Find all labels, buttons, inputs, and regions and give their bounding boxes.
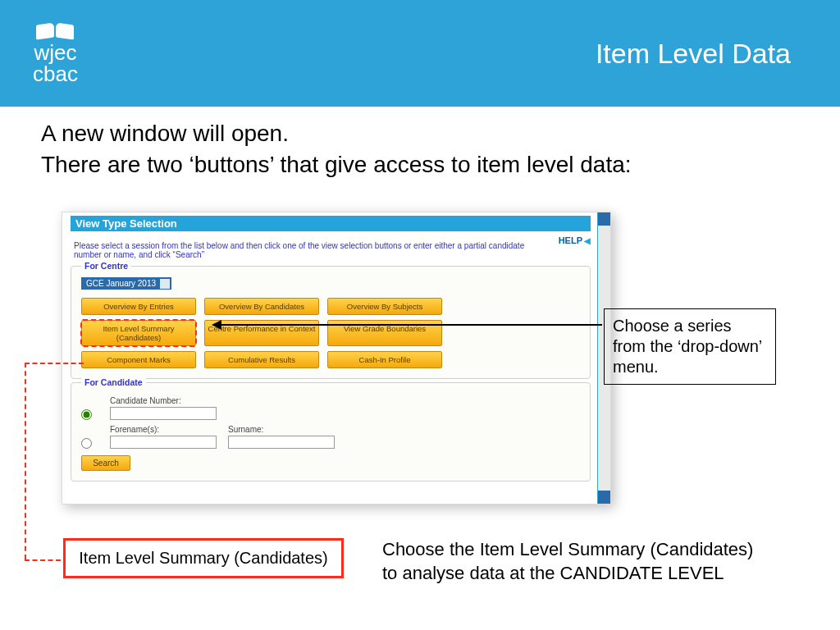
page-title: Item Level Data (596, 38, 791, 70)
arrow-to-dropdown (220, 324, 602, 326)
input-forename[interactable] (110, 436, 217, 449)
scroll-up-icon[interactable] (598, 212, 610, 226)
panel-for-centre: For Centre GCE January 2013 Overview By … (71, 266, 591, 379)
panel-title-candidate: For Candidate (81, 377, 146, 387)
panel-title-centre: For Centre (81, 261, 131, 271)
input-candidate-number[interactable] (110, 407, 217, 420)
label-surname: Surname: (228, 425, 335, 434)
dashed-connector-v (25, 363, 26, 559)
panel-for-candidate: For Candidate Candidate Number: Forename… (71, 382, 591, 482)
chevron-down-icon (162, 281, 167, 285)
logo-text-wjec: wjec (34, 42, 76, 63)
instruction-text: Please select a session from the list be… (74, 241, 542, 259)
btn-overview-entries[interactable]: Overview By Entries (81, 298, 196, 315)
intro-text: A new window will open. There are two ‘b… (0, 107, 840, 189)
radio-by-number[interactable] (81, 409, 92, 420)
callout-dropdown: Choose a series from the ‘drop-down’ men… (604, 308, 776, 385)
help-link[interactable]: HELP (559, 235, 591, 245)
btn-cashin-profile[interactable]: Cash-In Profile (327, 351, 442, 368)
screenshot-window: View Type Selection HELP Please select a… (62, 212, 611, 504)
intro-line-1: A new window will open. (41, 118, 799, 149)
btn-component-marks[interactable]: Component Marks (81, 351, 196, 368)
btn-item-level-summary[interactable]: Item Level Summary (Candidates) (81, 320, 196, 346)
btn-overview-subjects[interactable]: Overview By Subjects (327, 298, 442, 315)
dashed-connector-h2 (25, 559, 61, 561)
wjec-logo: wjec cbac (33, 22, 78, 84)
series-value: GCE January 2013 (86, 279, 156, 288)
btn-overview-candidates[interactable]: Overview By Candidates (204, 298, 319, 315)
book-icon (36, 22, 74, 40)
logo-text-cbac: cbac (33, 63, 78, 84)
centre-button-grid: Overview By Entries Overview By Candidat… (81, 298, 580, 368)
scroll-down-icon[interactable] (598, 491, 610, 504)
label-candidate-number: Candidate Number: (110, 396, 217, 405)
btn-cumulative-results[interactable]: Cumulative Results (204, 351, 319, 368)
slide-banner: wjec cbac Item Level Data (0, 0, 840, 107)
intro-line-2: There are two ‘buttons’ that give access… (41, 149, 799, 180)
search-button[interactable]: Search (81, 455, 130, 471)
series-dropdown[interactable]: GCE January 2013 (81, 277, 171, 290)
explain-text: Choose the Item Level Summary (Candidate… (382, 538, 760, 585)
window-header: View Type Selection (71, 216, 591, 231)
input-surname[interactable] (228, 436, 335, 449)
dashed-connector-h1 (25, 363, 84, 364)
label-forename: Forename(s): (110, 425, 217, 434)
callout-item-level: Item Level Summary (Candidates) (63, 538, 344, 578)
radio-by-name[interactable] (81, 438, 92, 449)
